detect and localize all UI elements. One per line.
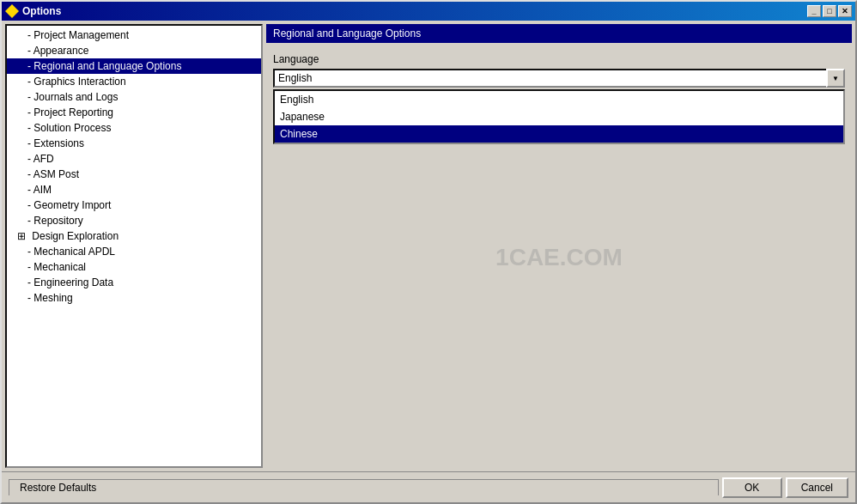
bottom-bar: Restore Defaults OK Cancel bbox=[2, 471, 855, 502]
sidebar-item-mechanical-apdl[interactable]: - Mechanical APDL bbox=[7, 244, 261, 259]
watermark: 1CAE.COM bbox=[495, 244, 623, 271]
content-area: - Project Management - Appearance - Regi… bbox=[2, 21, 855, 471]
sidebar-item-mechanical[interactable]: - Mechanical bbox=[7, 259, 261, 275]
sidebar-item-afd[interactable]: - AFD bbox=[7, 151, 261, 167]
sidebar-item-engineering-data[interactable]: - Engineering Data bbox=[7, 275, 261, 290]
restore-defaults-button[interactable]: Restore Defaults bbox=[9, 479, 719, 495]
right-panel: Regional and Language Options Language E… bbox=[266, 24, 852, 468]
options-window: Options _ □ ✕ - Project Management - App… bbox=[0, 0, 857, 504]
sidebar-item-journals-logs[interactable]: - Journals and Logs bbox=[7, 89, 261, 105]
sidebar-item-geometry-import[interactable]: - Geometry Import bbox=[7, 197, 261, 213]
bottom-left: Restore Defaults bbox=[9, 479, 719, 495]
title-bar-buttons: _ □ ✕ bbox=[807, 5, 852, 17]
sidebar-item-solution-process[interactable]: - Solution Process bbox=[7, 120, 261, 136]
sidebar-item-project-reporting[interactable]: - Project Reporting bbox=[7, 105, 261, 120]
language-option-chinese[interactable]: Chinese bbox=[275, 125, 843, 143]
minimize-button[interactable]: _ bbox=[807, 5, 821, 17]
cancel-button[interactable]: Cancel bbox=[786, 477, 848, 498]
window-body: - Project Management - Appearance - Regi… bbox=[2, 21, 855, 502]
title-bar: Options _ □ ✕ bbox=[2, 2, 855, 21]
section-header: Regional and Language Options bbox=[266, 24, 852, 43]
close-button[interactable]: ✕ bbox=[838, 5, 852, 17]
expand-icon: ⊞ bbox=[17, 230, 27, 242]
sidebar-item-extensions[interactable]: - Extensions bbox=[7, 136, 261, 151]
language-option-english[interactable]: English bbox=[275, 91, 843, 108]
window-icon bbox=[5, 4, 19, 18]
maximize-button[interactable]: □ bbox=[823, 5, 836, 17]
sidebar-item-appearance[interactable]: - Appearance bbox=[7, 43, 261, 58]
sidebar-item-asm-post[interactable]: - ASM Post bbox=[7, 167, 261, 182]
sidebar-item-graphics-interaction[interactable]: - Graphics Interaction bbox=[7, 74, 261, 89]
language-dropdown-container: English ▼ bbox=[273, 69, 845, 88]
sidebar-item-regional-language[interactable]: - Regional and Language Options bbox=[7, 58, 261, 74]
dropdown-arrow-icon[interactable]: ▼ bbox=[826, 69, 845, 88]
sidebar-item-meshing[interactable]: - Meshing bbox=[7, 290, 261, 306]
window-title: Options bbox=[22, 5, 807, 17]
sidebar-item-design-exploration[interactable]: ⊞ Design Exploration bbox=[7, 228, 261, 244]
sidebar-item-repository[interactable]: - Repository bbox=[7, 213, 261, 228]
sidebar-tree[interactable]: - Project Management - Appearance - Regi… bbox=[5, 24, 263, 468]
section-content: Language English ▼ English Japanese Chin… bbox=[266, 46, 852, 468]
language-dropdown-input[interactable]: English bbox=[273, 69, 845, 88]
ok-button[interactable]: OK bbox=[722, 477, 782, 498]
language-option-japanese[interactable]: Japanese bbox=[275, 108, 843, 125]
language-listbox[interactable]: English Japanese Chinese bbox=[273, 89, 845, 144]
language-label: Language bbox=[273, 53, 845, 65]
sidebar-item-project-management[interactable]: - Project Management bbox=[7, 27, 261, 43]
sidebar-item-aim[interactable]: - AIM bbox=[7, 182, 261, 197]
